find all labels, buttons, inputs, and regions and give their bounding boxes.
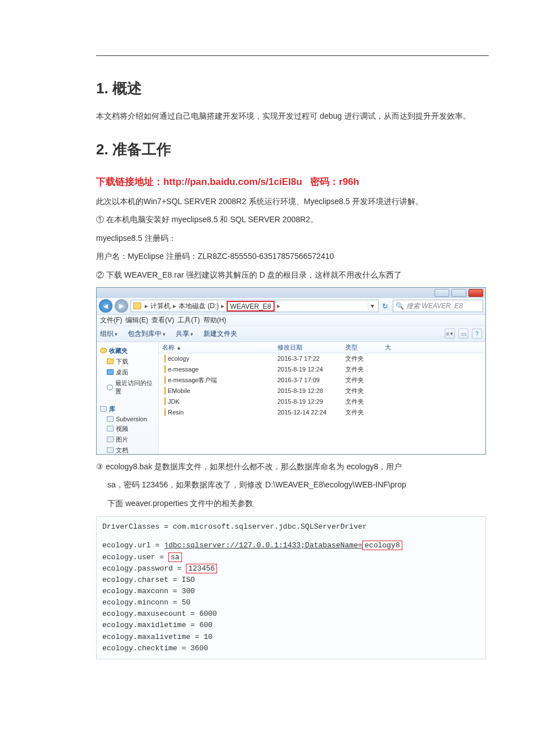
col-size[interactable]: 大 (385, 343, 413, 352)
sidebar-item-videos[interactable]: 视频 (97, 424, 158, 434)
table-row[interactable]: ecology 2016-3-7 17:22 文件夹 (159, 353, 485, 364)
section1-body: 本文档将介绍如何通过自己电脑搭建开发环境，实现开发过程可 debug 进行调试，… (96, 109, 489, 124)
breadcrumb-dropdown[interactable]: ▾ (368, 302, 376, 310)
folder-icon (164, 408, 166, 416)
props-line: ecology.maxalivetime = 10 (102, 632, 480, 643)
download-pw: r96h (339, 176, 359, 187)
user-highlight: sa (168, 552, 182, 562)
help-icon[interactable]: ? (472, 329, 482, 339)
sidebar-item-pictures[interactable]: 图片 (97, 434, 158, 445)
step-3c: 下面 weaver.properties 文件中的相关参数 (96, 496, 489, 511)
search-placeholder: 搜索 WEAVER_E8 (406, 301, 463, 311)
menu-file[interactable]: 文件(F) (100, 316, 122, 325)
close-button[interactable] (468, 289, 483, 297)
view-options-icon[interactable]: ≡▾ (445, 329, 455, 339)
menu-edit[interactable]: 编辑(E) (125, 316, 148, 325)
properties-code-block: DriverClasses = com.microsoft.sqlserver.… (96, 516, 486, 659)
breadcrumb-seg-3[interactable]: WEAVER_E8 (227, 301, 274, 312)
document-icon (107, 447, 114, 453)
sidebar-item-desktop[interactable]: 桌面 (97, 367, 158, 378)
props-line: ecology.password = 123456 (102, 563, 480, 574)
table-row[interactable]: EMobile 2015-8-19 12:28 文件夹 (159, 386, 485, 396)
search-input[interactable]: 🔍 搜索 WEAVER_E8 (393, 300, 483, 312)
breadcrumb-seg-2[interactable]: 本地磁盘 (D:) (179, 301, 219, 311)
user-line: 用户名：MyEclipse 注册码：ZLR8ZC-855550-63517857… (96, 249, 489, 264)
sort-asc-icon: ▲ (176, 345, 181, 351)
search-icon: 🔍 (396, 302, 404, 310)
maximize-button[interactable] (451, 289, 466, 297)
folder-icon (164, 376, 166, 384)
folder-icon (164, 387, 166, 395)
folder-icon (133, 303, 141, 309)
download-url[interactable]: http://pan.baidu.com/s/1ciEI8u (163, 176, 302, 187)
col-name[interactable]: 名称▲ (159, 343, 277, 352)
download-label: 下载链接地址： (96, 176, 163, 187)
folder-icon (107, 358, 114, 364)
preview-pane-icon[interactable]: ▭ (458, 329, 468, 339)
menu-tools[interactable]: 工具(T) (177, 316, 199, 325)
sidebar-item-documents[interactable]: 文档 (97, 445, 158, 456)
toolbar: 组织▾ 包含到库中▾ 共享▾ 新建文件夹 ≡▾ ▭ ? (97, 326, 485, 342)
props-line: ecology.checktime = 3600 (102, 643, 480, 654)
explorer-window: ◄ ► ▸ 计算机 ▸ 本地磁盘 (D:) ▸ WEAVER_E8 ▸ ▾ ↻ … (96, 287, 486, 455)
sidebar: 收藏夹 下载 桌面 最近访问的位置 库 Subversion 视频 图片 文档 … (97, 342, 159, 454)
sidebar-item-recent[interactable]: 最近访问的位置 (97, 378, 158, 397)
step-3a: ③ ecology8.bak 是数据库文件，如果想什么都不改，那么数据库命名为 … (96, 459, 489, 474)
table-row[interactable]: e-message 2015-8-19 12:24 文件夹 (159, 364, 485, 375)
chevron-right-icon: ▸ (220, 302, 225, 310)
chevron-right-icon: ▸ (172, 302, 177, 310)
menu-help[interactable]: 帮助(H) (203, 316, 227, 325)
section-heading-2: 2. 准备工作 (96, 140, 489, 159)
sidebar-favorites[interactable]: 收藏夹 (97, 344, 158, 356)
props-line: ecology.maxusecount = 6000 (102, 608, 480, 620)
forward-button[interactable]: ► (115, 299, 128, 313)
step-1: ① 在本机电脑安装好 myeclipse8.5 和 SQL SERVER 200… (96, 212, 489, 227)
step-3b: sa，密码 123456，如果数据库改了，则修改 D:\WEAVER_E8\ec… (96, 477, 489, 493)
minimize-button[interactable] (435, 289, 449, 297)
explorer-body: 收藏夹 下载 桌面 最近访问的位置 库 Subversion 视频 图片 文档 … (97, 342, 485, 454)
menu-bar: 文件(F) 编辑(E) 查看(V) 工具(T) 帮助(H) (97, 315, 485, 326)
refresh-icon[interactable]: ↻ (382, 302, 388, 310)
password-highlight: 123456 (186, 564, 217, 573)
props-line: ecology.url = jdbc:sqlserver://127.0.0.1… (102, 540, 480, 551)
chevron-right-icon: ▸ (276, 302, 281, 310)
intro-line: 此次以本机的Win7+SQL SERVER 2008R2 系统运行环境、Myec… (96, 194, 489, 209)
col-date[interactable]: 修改日期 (277, 343, 345, 352)
toolbar-include-lib[interactable]: 包含到库中▾ (128, 329, 166, 339)
file-list: 名称▲ 修改日期 类型 大 ecology 2016-3-7 17:22 文件夹… (159, 342, 485, 454)
desktop-icon (107, 369, 114, 375)
toolbar-organize[interactable]: 组织▾ (100, 329, 118, 339)
horizontal-rule (96, 55, 489, 56)
folder-icon (107, 416, 114, 422)
sidebar-libraries[interactable]: 库 (97, 403, 158, 414)
toolbar-new-folder[interactable]: 新建文件夹 (203, 329, 237, 339)
url-value: jdbc:sqlserver://127.0.0.1:1433;Database… (164, 541, 362, 550)
reg-line: myeclipse8.5 注册码： (96, 231, 489, 246)
picture-icon (107, 437, 114, 442)
menu-view[interactable]: 查看(V) (151, 316, 174, 325)
props-line: ecology.maxidletime = 600 (102, 620, 480, 631)
toolbar-share[interactable]: 共享▾ (176, 329, 193, 339)
col-type[interactable]: 类型 (345, 343, 385, 352)
step-2: ② 下载 WEAVER_E8.rar 强烈建议将其解压的 D 盘的根目录，这样就… (96, 267, 489, 283)
table-row[interactable]: Resin 2015-12-14 22:24 文件夹 (159, 407, 485, 418)
sidebar-item-downloads[interactable]: 下载 (97, 356, 158, 367)
nav-bar: ◄ ► ▸ 计算机 ▸ 本地磁盘 (D:) ▸ WEAVER_E8 ▸ ▾ ↻ … (97, 298, 485, 315)
back-button[interactable]: ◄ (99, 299, 112, 313)
section-heading-1: 1. 概述 (96, 79, 489, 98)
recent-icon (107, 385, 113, 390)
sidebar-item-subversion[interactable]: Subversion (97, 414, 158, 424)
video-icon (107, 426, 114, 431)
table-row[interactable]: JDK 2015-8-19 12:29 文件夹 (159, 396, 485, 407)
chevron-right-icon: ▸ (144, 302, 149, 310)
download-pw-label: 密码： (310, 176, 339, 187)
breadcrumb-seg-1[interactable]: 计算机 (150, 301, 171, 311)
breadcrumb[interactable]: ▸ 计算机 ▸ 本地磁盘 (D:) ▸ WEAVER_E8 ▸ ▾ (131, 300, 379, 312)
table-row[interactable]: e-message客户端 2016-3-7 17:09 文件夹 (159, 375, 485, 386)
column-headers: 名称▲ 修改日期 类型 大 (159, 342, 485, 353)
window-titlebar[interactable] (97, 288, 485, 298)
folder-icon (164, 365, 166, 373)
props-line: ecology.maxconn = 300 (102, 586, 480, 597)
library-icon (100, 406, 107, 412)
props-line: ecology.charset = ISO (102, 574, 480, 586)
